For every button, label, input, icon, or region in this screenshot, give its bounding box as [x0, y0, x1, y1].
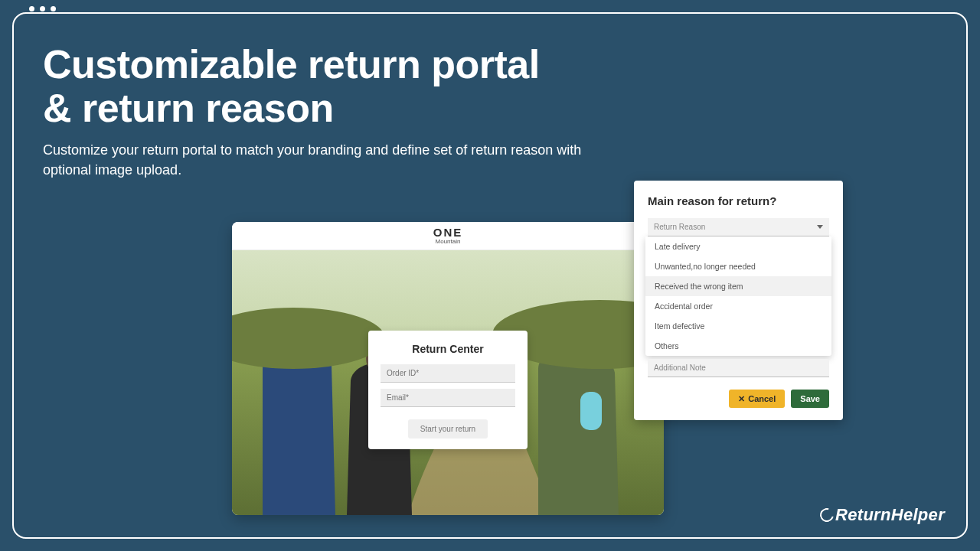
cancel-button-label: Cancel [748, 394, 776, 403]
page-subtitle: Customize your return portal to match yo… [43, 141, 594, 179]
reason-dropdown: Late delivery Unwanted,no longer needed … [645, 236, 831, 356]
reason-option[interactable]: Late delivery [645, 236, 831, 256]
window-dot [51, 6, 56, 11]
email-input[interactable] [381, 389, 515, 407]
reason-option[interactable]: Accidental order [645, 296, 831, 316]
window-dot [29, 6, 34, 11]
portal-brandbar: ONE Mountain [232, 222, 664, 250]
reason-popup: Main reason for return? Return Reason La… [634, 181, 843, 420]
brand-logo-text: ReturnHelper [835, 505, 945, 525]
reason-select[interactable]: Return Reason [648, 218, 829, 236]
window-controls [26, 6, 59, 11]
portal-preview: ONE Mountain [232, 222, 664, 515]
window-dot [40, 6, 45, 11]
brand-logo: ReturnHelper [820, 505, 945, 525]
reason-option[interactable]: Unwanted,no longer needed [645, 256, 831, 276]
portal-brand-sub: Mountain [436, 239, 461, 245]
save-button[interactable]: Save [791, 390, 829, 408]
hero-heading: Customizable return portal & return reas… [43, 43, 594, 180]
page-title: Customizable return portal & return reas… [43, 43, 594, 130]
reason-select-placeholder: Return Reason [654, 223, 705, 231]
reason-option[interactable]: Others [645, 336, 831, 356]
start-return-button[interactable]: Start your return [408, 419, 488, 439]
svg-rect-5 [580, 392, 602, 430]
reason-actions: ✕ Cancel Save [648, 390, 829, 408]
chevron-down-icon [817, 225, 823, 229]
additional-note-input[interactable]: Additional Note [648, 359, 829, 377]
reason-title: Main reason for return? [648, 194, 829, 207]
reason-option[interactable]: Received the wrong item [645, 276, 831, 296]
return-swirl-icon [820, 508, 834, 522]
close-icon: ✕ [738, 395, 745, 403]
cancel-button[interactable]: ✕ Cancel [729, 390, 785, 408]
order-id-input[interactable] [381, 364, 515, 383]
portal-hero-image: Return Center Start your return [232, 250, 664, 515]
portal-brand-name: ONE [433, 227, 463, 238]
return-center-card: Return Center Start your return [368, 331, 528, 449]
return-center-title: Return Center [381, 343, 515, 355]
reason-option[interactable]: Item defective [645, 316, 831, 336]
